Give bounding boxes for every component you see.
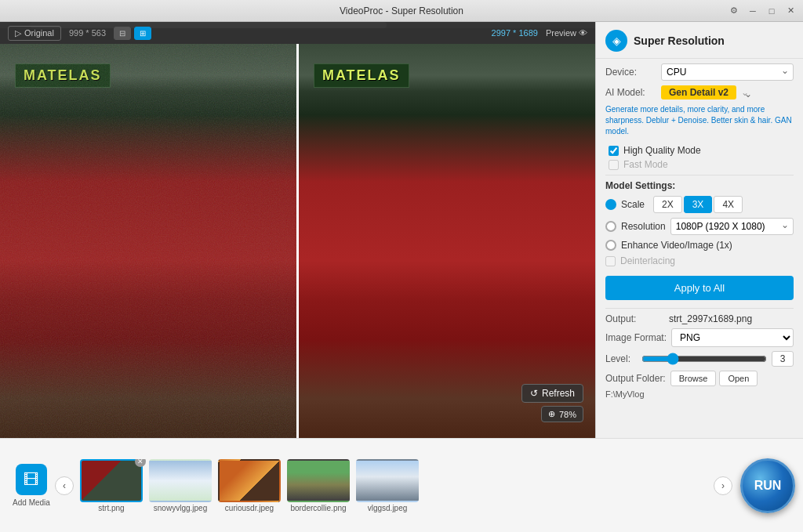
- preview-area: ▷ Original 999 * 563 ⊟ ⊞ 2997 * 1689 Pre…: [0, 22, 595, 438]
- high-quality-checkbox[interactable]: [609, 146, 619, 156]
- resolution-radio[interactable]: [605, 221, 616, 232]
- film-item-2[interactable]: curiousdr.jpeg: [218, 459, 281, 512]
- enhanced-image: MATELAS: [299, 44, 595, 438]
- zoom-level: 78%: [559, 410, 576, 419]
- panel-header: ◈ Super Resolution: [596, 22, 803, 59]
- original-image: MATELAS: [0, 44, 296, 438]
- enhance-row: Enhance Video/Image (1x): [605, 240, 794, 251]
- device-select-wrapper: CPU: [661, 63, 794, 81]
- ai-model-row: AI Model: Gen Detail v2 Gen Detail v2 ⌄: [605, 85, 794, 100]
- noise-overlay: [0, 44, 296, 438]
- toggle-split-button[interactable]: ⊟: [114, 27, 131, 40]
- panel-title: Super Resolution: [634, 34, 725, 47]
- folder-path: F:\MyVlog: [605, 389, 794, 399]
- ai-model-badge: Gen Detail v2: [661, 85, 736, 100]
- format-label: Image Format:: [605, 332, 667, 343]
- preview-label: Preview 👁: [546, 28, 587, 38]
- scale-3x-button[interactable]: 3X: [684, 196, 713, 213]
- scale-4x-button[interactable]: 4X: [714, 196, 743, 213]
- add-media-icon: 🎞: [16, 464, 47, 495]
- output-section: Output: strt_2997x1689.png Image Format:…: [596, 309, 803, 404]
- output-filename-row: Output: strt_2997x1689.png: [605, 313, 794, 324]
- close-button[interactable]: ✕: [784, 5, 797, 17]
- device-row: Device: CPU: [605, 63, 794, 81]
- apply-all-button[interactable]: Apply to All: [605, 276, 794, 300]
- film-label-0: strt.png: [98, 504, 124, 512]
- film-label-4: vlggsd.jpeg: [368, 504, 408, 512]
- high-quality-label: High Quality Mode: [623, 145, 701, 156]
- film-thumb-4: [356, 459, 419, 502]
- window-controls: ⚙ ─ □ ✕: [728, 5, 797, 17]
- film-thumb-1: [149, 459, 212, 502]
- add-media-film-icon: 🎞: [24, 471, 39, 489]
- film-item-0[interactable]: ✕ strt.png: [80, 459, 143, 512]
- ai-model-label: AI Model:: [605, 87, 656, 98]
- fast-mode-label: Fast Mode: [623, 159, 668, 170]
- right-panel: ◈ Super Resolution Device: CPU AI Model:…: [595, 22, 803, 438]
- film-thumb-3: [287, 459, 350, 502]
- format-select-wrapper: PNG JPEG: [671, 328, 794, 347]
- scale-radio[interactable]: [605, 199, 616, 210]
- level-label: Level:: [605, 353, 637, 364]
- original-label: Original: [24, 28, 54, 38]
- image-divider[interactable]: [296, 44, 299, 438]
- film-item-3[interactable]: bordercollie.png: [287, 459, 350, 512]
- output-filename: strt_2997x1689.png: [669, 313, 752, 324]
- enhanced-view: MATELAS: [299, 44, 595, 438]
- scale-row: Scale 2X 3X 4X: [605, 196, 794, 213]
- add-media-button[interactable]: 🎞 Add Media: [8, 464, 55, 507]
- fast-mode-row: Fast Mode: [605, 159, 794, 170]
- scale-buttons: 2X 3X 4X: [653, 196, 743, 213]
- settings-button[interactable]: ⚙: [728, 5, 740, 17]
- level-value: 3: [772, 351, 794, 367]
- enhance-radio[interactable]: [605, 240, 616, 251]
- toggle-side-button[interactable]: ⊞: [134, 27, 151, 40]
- maximize-button[interactable]: □: [765, 5, 778, 17]
- device-section: Device: CPU AI Model: Gen Detail v2 Gen …: [596, 59, 803, 308]
- browse-button[interactable]: Browse: [670, 371, 717, 386]
- film-close-0[interactable]: ✕: [135, 459, 146, 467]
- deinterlace-checkbox[interactable]: [605, 256, 616, 266]
- refresh-button[interactable]: ↺ Refresh: [521, 384, 583, 403]
- film-label-1: snowyvlgg.jpeg: [154, 504, 207, 512]
- device-select[interactable]: CPU: [661, 63, 794, 81]
- ai-model-dropdown-arrow[interactable]: Gen Detail v2 ⌄: [741, 87, 757, 98]
- resolution-row: Resolution 1080P (1920 X 1080): [605, 218, 794, 235]
- filmstrip-next-button[interactable]: ›: [714, 476, 732, 495]
- resolution-select[interactable]: 1080P (1920 X 1080): [670, 218, 794, 235]
- film-item-1[interactable]: snowyvlgg.jpeg: [149, 459, 212, 512]
- filmstrip-nav: ‹ ✕ strt.png snowyvlgg.jpeg curiousdr.jp…: [55, 459, 732, 512]
- zoom-badge: ⊕ 78%: [541, 406, 583, 422]
- film-thumb-2: [218, 459, 281, 502]
- fast-mode-checkbox[interactable]: [609, 160, 619, 170]
- open-button[interactable]: Open: [719, 371, 758, 386]
- deinterlace-row: Deinterlacing: [605, 255, 794, 266]
- preview-toggle: ⊟ ⊞: [114, 27, 151, 40]
- run-button[interactable]: RUN: [740, 458, 795, 513]
- output-dimensions: 2997 * 1689: [492, 28, 538, 38]
- model-settings-label: Model Settings:: [605, 180, 794, 191]
- film-thumb-0: [80, 459, 143, 502]
- scale-label: Scale: [621, 199, 649, 210]
- refresh-label: Refresh: [542, 388, 575, 399]
- film-item-4[interactable]: vlggsd.jpeg: [356, 459, 419, 512]
- preview-topbar: ▷ Original 999 * 563 ⊟ ⊞ 2997 * 1689 Pre…: [0, 22, 595, 44]
- ai-description: Generate more details, more clarity, and…: [605, 104, 794, 140]
- divider-1: [605, 175, 794, 176]
- film-label-2: curiousdr.jpeg: [225, 504, 274, 512]
- level-row: Level: 3: [605, 351, 794, 367]
- zoom-icon: ⊕: [548, 409, 555, 419]
- bottom-bar: 🎞 Add Media ‹ ✕ strt.png snowyvlgg.jpeg …: [0, 438, 803, 532]
- filmstrip-prev-button[interactable]: ‹: [55, 476, 74, 495]
- add-media-label: Add Media: [13, 498, 50, 507]
- level-slider[interactable]: [641, 353, 767, 365]
- minimize-button[interactable]: ─: [747, 5, 759, 17]
- source-dimensions: 999 * 563: [69, 28, 106, 38]
- scale-2x-button[interactable]: 2X: [653, 196, 682, 213]
- film-label-3: bordercollie.png: [290, 504, 346, 512]
- title-bar: VideoProc - Super Resolution ⚙ ─ □ ✕: [0, 0, 803, 22]
- overlay-controls: ↺ Refresh ⊕ 78%: [521, 384, 583, 422]
- enhance-label: Enhance Video/Image (1x): [621, 240, 732, 251]
- format-select[interactable]: PNG JPEG: [671, 328, 794, 347]
- preview-eye-icon: 👁: [579, 28, 587, 38]
